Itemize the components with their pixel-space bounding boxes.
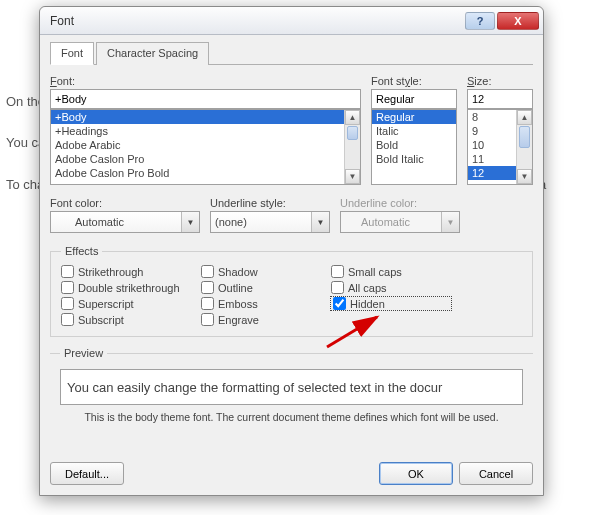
dialog-footer: Default... OK Cancel — [50, 462, 533, 485]
fontstyle-listbox[interactable]: Regular Italic Bold Bold Italic — [371, 109, 457, 185]
tab-character-spacing[interactable]: Character Spacing — [96, 42, 209, 65]
double-strikethrough-checkbox[interactable]: Double strikethrough — [61, 281, 201, 294]
strikethrough-checkbox[interactable]: Strikethrough — [61, 265, 201, 278]
scroll-thumb[interactable] — [519, 126, 530, 148]
chevron-down-icon: ▼ — [311, 212, 329, 232]
size-listbox[interactable]: 8 9 10 11 12 ▲ ▼ — [467, 109, 533, 185]
subscript-checkbox[interactable]: Subscript — [61, 313, 201, 326]
scroll-up-icon[interactable]: ▲ — [517, 110, 532, 125]
close-button[interactable]: X — [497, 12, 539, 30]
cancel-button[interactable]: Cancel — [459, 462, 533, 485]
list-item[interactable]: Bold — [372, 138, 456, 152]
underlinecolor-value: Automatic — [361, 216, 410, 228]
list-item[interactable]: Italic — [372, 124, 456, 138]
list-item[interactable]: Bold Italic — [372, 152, 456, 166]
effects-group: Effects Strikethrough Shadow Small caps … — [50, 245, 533, 337]
preview-legend: Preview — [60, 347, 107, 359]
size-label: Size: — [467, 75, 533, 87]
superscript-checkbox[interactable]: Superscript — [61, 297, 201, 310]
preview-hint: This is the body theme font. The current… — [60, 411, 523, 423]
scroll-down-icon[interactable]: ▼ — [517, 169, 532, 184]
list-item[interactable]: +Headings — [51, 124, 360, 138]
font-listbox[interactable]: +Body +Headings Adobe Arabic Adobe Caslo… — [50, 109, 361, 185]
effects-legend: Effects — [61, 245, 102, 257]
titlebar: Font ? X — [40, 7, 543, 35]
shadow-checkbox[interactable]: Shadow — [201, 265, 331, 278]
scroll-up-icon[interactable]: ▲ — [345, 110, 360, 125]
fontcolor-label: Font color: — [50, 197, 200, 209]
list-item[interactable]: Adobe Caslon Pro Bold — [51, 166, 360, 180]
list-item[interactable]: Adobe Arabic — [51, 138, 360, 152]
font-input[interactable] — [50, 89, 361, 109]
fontcolor-value: Automatic — [75, 216, 124, 228]
ok-button[interactable]: OK — [379, 462, 453, 485]
fontstyle-label: Font style: — [371, 75, 457, 87]
fontcolor-combo[interactable]: Automatic ▼ — [50, 211, 200, 233]
hidden-checkbox[interactable]: Hidden — [331, 297, 451, 310]
scroll-down-icon[interactable]: ▼ — [345, 169, 360, 184]
scrollbar[interactable]: ▲ ▼ — [516, 110, 532, 184]
default-button[interactable]: Default... — [50, 462, 124, 485]
underlinestyle-combo[interactable]: (none) ▼ — [210, 211, 330, 233]
underlinecolor-label: Underline color: — [340, 197, 460, 209]
list-item[interactable]: Regular — [372, 110, 456, 124]
font-label: Font: — [50, 75, 361, 87]
list-item[interactable]: +Body — [51, 110, 360, 124]
font-dialog: Font ? X Font Character Spacing Font: +B… — [39, 6, 544, 496]
tabs: Font Character Spacing — [50, 41, 533, 65]
tab-font[interactable]: Font — [50, 42, 94, 65]
emboss-checkbox[interactable]: Emboss — [201, 297, 331, 310]
list-item[interactable]: Adobe Caslon Pro — [51, 152, 360, 166]
underlinestyle-value: (none) — [215, 216, 247, 228]
outline-checkbox[interactable]: Outline — [201, 281, 331, 294]
fontstyle-input[interactable] — [371, 89, 457, 109]
chevron-down-icon: ▼ — [441, 212, 459, 232]
scroll-thumb[interactable] — [347, 126, 358, 140]
chevron-down-icon: ▼ — [181, 212, 199, 232]
underlinecolor-combo: Automatic ▼ — [340, 211, 460, 233]
preview-group: Preview You can easily change the format… — [50, 347, 533, 433]
help-button[interactable]: ? — [465, 12, 495, 30]
size-input[interactable] — [467, 89, 533, 109]
allcaps-checkbox[interactable]: All caps — [331, 281, 451, 294]
scrollbar[interactable]: ▲ ▼ — [344, 110, 360, 184]
underlinestyle-label: Underline style: — [210, 197, 330, 209]
dialog-title: Font — [50, 14, 463, 28]
smallcaps-checkbox[interactable]: Small caps — [331, 265, 451, 278]
preview-box: You can easily change the formatting of … — [60, 369, 523, 405]
engrave-checkbox[interactable]: Engrave — [201, 313, 331, 326]
